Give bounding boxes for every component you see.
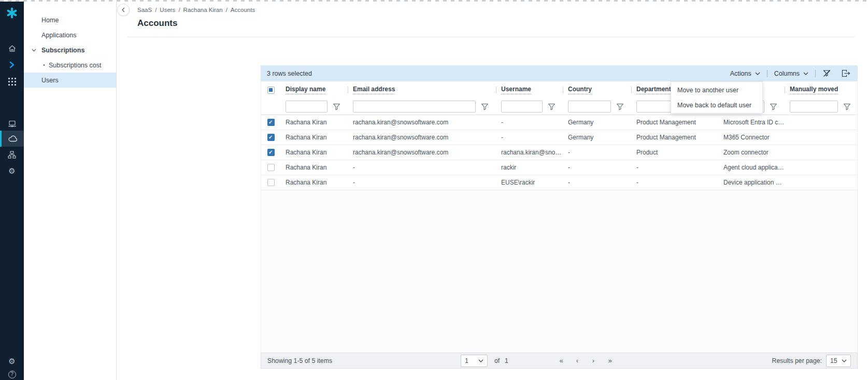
chevron-down-icon — [755, 72, 760, 75]
menu-item-move-to-another-user[interactable]: Move to another user — [671, 82, 762, 97]
previous-page-button[interactable]: ‹ — [573, 356, 582, 365]
breadcrumb-item-rachana-kiran[interactable]: Rachana Kiran — [183, 7, 223, 13]
breadcrumb-item-users[interactable]: Users — [160, 7, 175, 13]
cell-display_name: Rachana Kiran — [280, 134, 348, 141]
row-checkbox[interactable] — [267, 119, 275, 126]
column-header-label[interactable]: Email address — [353, 86, 395, 94]
cell-discovered: Agent cloud applicatio… — [718, 164, 785, 171]
filter-funnel-username-icon[interactable] — [548, 103, 556, 110]
breadcrumb-separator: / — [155, 7, 156, 13]
row-checkbox-cell — [261, 179, 280, 186]
chevron-down-icon — [803, 72, 808, 75]
column-header-username: Username — [496, 81, 563, 98]
filter-input-email[interactable] — [353, 101, 476, 112]
row-checkbox-cell — [261, 134, 280, 141]
column-header-display_name: Display name — [280, 81, 348, 98]
filter-funnel-discovered-icon[interactable] — [770, 103, 777, 110]
row-checkbox[interactable] — [267, 164, 275, 171]
filter-funnel-manually_moved-icon[interactable] — [843, 103, 851, 110]
cell-department: - — [631, 179, 718, 186]
cell-username: rackir — [496, 164, 563, 171]
filter-input-display_name[interactable] — [286, 101, 328, 112]
row-checkbox[interactable] — [267, 179, 275, 186]
filter-cell-email — [348, 98, 496, 115]
row-checkbox-cell — [261, 119, 280, 126]
cell-country: - — [563, 149, 631, 156]
select-all-checkbox[interactable] — [267, 87, 275, 94]
filter-input-country[interactable] — [568, 101, 611, 112]
per-page-select[interactable]: 15 — [826, 355, 851, 367]
cell-username: rachana.kiran@snows… — [496, 149, 563, 156]
filter-clear-icon[interactable] — [822, 69, 831, 77]
toolbar-separator — [767, 70, 767, 77]
table-row[interactable]: Rachana Kiran-rackir--Agent cloud applic… — [261, 160, 858, 175]
table-row[interactable]: Rachana Kiranrachana.kiran@snowsoftware.… — [261, 145, 858, 160]
page-select[interactable]: 1 — [461, 355, 488, 367]
table-row[interactable]: Rachana Kiranrachana.kiran@snowsoftware.… — [261, 130, 858, 145]
export-icon[interactable] — [842, 69, 850, 77]
column-header-country: Country — [563, 81, 631, 98]
filter-input-manually_moved[interactable] — [790, 101, 838, 112]
cloud-icon[interactable] — [0, 131, 24, 147]
help-icon[interactable]: ? — [0, 369, 24, 380]
column-header-label[interactable]: Username — [501, 86, 531, 94]
filter-funnel-icon — [843, 103, 851, 110]
filter-funnel-display_name-icon[interactable] — [333, 103, 340, 110]
actions-button[interactable]: Actions — [730, 70, 760, 77]
cell-discovered: M365 Connector — [718, 134, 785, 141]
cell-country: Germany — [563, 134, 631, 141]
breadcrumb-item-saas[interactable]: SaaS — [137, 7, 152, 13]
table-body: Rachana Kiranrachana.kiran@snowsoftware.… — [261, 115, 858, 190]
cell-username: - — [496, 134, 563, 141]
column-header-label[interactable]: Manually moved — [790, 86, 838, 94]
secondary-sidebar: HomeApplicationsSubscriptions•Subscripti… — [24, 0, 117, 380]
home-icon[interactable] — [0, 40, 24, 56]
menu-item-move-back-to-default-user[interactable]: Move back to default user — [671, 97, 762, 112]
subnav-item-users[interactable]: Users — [24, 73, 116, 88]
subnav-item-home[interactable]: Home — [24, 12, 116, 27]
cell-email: rachana.kiran@snowsoftware.com — [348, 134, 496, 141]
sitemap-icon[interactable] — [0, 147, 24, 162]
last-page-button[interactable]: » — [605, 356, 615, 365]
filter-funnel-country-icon[interactable] — [616, 103, 624, 110]
laptop-icon[interactable] — [0, 116, 24, 131]
accounts-table-card: 3 rows selected Actions Columns Display … — [261, 65, 858, 369]
column-header-label[interactable]: Country — [568, 86, 592, 94]
columns-button[interactable]: Columns — [774, 70, 808, 77]
table-row[interactable]: Rachana Kiran-EUSE\rackir--Device applic… — [261, 175, 858, 190]
cell-department: Product — [631, 149, 718, 156]
chevron-right-icon[interactable] — [0, 57, 24, 73]
subnav-item-subscriptions[interactable]: Subscriptions — [24, 43, 116, 58]
cell-username: - — [496, 119, 563, 126]
cell-email: - — [348, 179, 496, 186]
row-checkbox[interactable] — [267, 149, 275, 156]
filter-funnel-icon — [481, 103, 489, 110]
of-label: of — [494, 357, 500, 364]
row-checkbox[interactable] — [267, 134, 275, 141]
table-footer: Showing 1-5 of 5 items 1 of 1 « ‹ › » Re… — [261, 353, 858, 369]
app-grid-icon[interactable] — [0, 74, 24, 89]
next-page-button[interactable]: › — [589, 356, 598, 365]
filter-input-username[interactable] — [501, 101, 543, 112]
settings-gear-icon[interactable]: ⚙ — [0, 354, 24, 369]
collapse-sidebar-button[interactable] — [117, 4, 130, 16]
table-filter-row — [261, 98, 858, 115]
column-header-label[interactable]: Department — [636, 86, 671, 94]
icon-rail: ⚙ ⚙ ? — [0, 0, 24, 380]
title-divider — [127, 37, 855, 37]
filter-funnel-email-icon[interactable] — [481, 103, 489, 110]
chevron-down-icon — [32, 49, 36, 52]
gear-icon[interactable]: ⚙ — [0, 163, 24, 179]
first-page-button[interactable]: « — [557, 356, 566, 365]
selection-toolbar: 3 rows selected Actions Columns — [261, 65, 858, 81]
cell-discovered: Device application usa… — [718, 179, 785, 186]
snow-asterisk-logo — [0, 5, 24, 21]
column-header-label[interactable]: Display name — [286, 86, 325, 94]
cell-country: Germany — [563, 119, 631, 126]
breadcrumb-separator: / — [226, 7, 227, 13]
cell-country: - — [563, 164, 631, 171]
subnav-item-subscriptions-cost[interactable]: •Subscriptions cost — [24, 58, 116, 73]
subnav-item-applications[interactable]: Applications — [24, 27, 116, 43]
table-row[interactable]: Rachana Kiranrachana.kiran@snowsoftware.… — [261, 115, 858, 130]
page-select-value: 1 — [465, 357, 468, 364]
